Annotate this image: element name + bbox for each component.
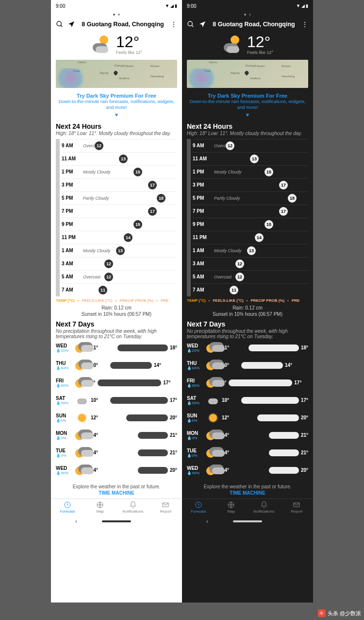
hour-row[interactable]: 3 PM17	[193, 178, 308, 191]
map-city-label: Wuhan	[281, 65, 291, 68]
hour-row[interactable]: 9 AMOvercast12	[193, 139, 308, 152]
hour-row[interactable]: 1 AMMostly Cloudy13	[62, 244, 177, 257]
hour-row[interactable]: 11 AM13	[193, 152, 308, 165]
time-machine-button[interactable]: TIME MACHINE	[51, 490, 182, 499]
tab-report[interactable]: Report	[281, 501, 314, 514]
day-row[interactable]: SUN💧6%12°20°	[56, 409, 177, 427]
hour-row[interactable]: 11 AM13	[62, 152, 177, 165]
hour-row[interactable]: 1 PMMostly Cloudy15	[193, 165, 308, 178]
hour-row[interactable]: 11 PM14	[62, 231, 177, 244]
locate-icon[interactable]	[67, 20, 75, 28]
hour-row[interactable]: 9 AMOvercast12	[62, 139, 177, 152]
status-bar: 9:00▼◢▮	[51, 0, 182, 12]
map-city-label: Nanchang	[150, 75, 164, 78]
hourly-list[interactable]: 9 AMOvercast1211 AM131 PMMostly Cloudy15…	[56, 139, 177, 296]
back-icon[interactable]: ‹	[75, 518, 77, 525]
premium-promo[interactable]: Try Dark Sky Premium For FreeDown-to-the…	[182, 91, 313, 120]
day-row[interactable]: FRI💧60%8°17°	[56, 374, 177, 392]
hour-row[interactable]: 3 AM12	[193, 257, 308, 270]
day-row[interactable]: WED💧46%14°20°	[56, 462, 177, 479]
tab-report[interactable]: Report	[149, 501, 182, 514]
temp-range-bar	[117, 344, 168, 351]
day-row[interactable]: THU💧84%10°14°	[56, 357, 177, 374]
day-row[interactable]: SAT💧59%10°17°	[56, 392, 177, 409]
next7-title: Next 7 Days	[51, 320, 182, 328]
hour-row[interactable]: 5 AMOvercast12	[62, 270, 177, 283]
hour-row[interactable]: 7 AM11	[62, 283, 177, 296]
tab-map[interactable]: Map	[215, 501, 248, 514]
back-icon[interactable]: ‹	[206, 518, 208, 525]
hour-row[interactable]: 1 AMMostly Cloudy13	[193, 244, 308, 257]
hour-row[interactable]: 9 PM15	[193, 218, 308, 231]
day-row[interactable]: WED💧20%11°18°	[56, 339, 177, 357]
day-row[interactable]: SAT💧59%10°17°	[187, 392, 308, 409]
hourly-list[interactable]: 9 AMOvercast1211 AM131 PMMostly Cloudy15…	[187, 139, 308, 296]
cloud-track	[56, 139, 60, 296]
temp-range-bar	[126, 414, 168, 421]
hour-row[interactable]: 3 PM17	[62, 178, 177, 191]
location-title[interactable]: 8 Guotang Road, Chongqing	[210, 21, 298, 28]
premium-promo[interactable]: Try Dark Sky Premium For FreeDown-to-the…	[51, 91, 182, 120]
hour-row[interactable]: 1 PMMostly Cloudy15	[62, 165, 177, 178]
menu-icon[interactable]: ⋮	[301, 21, 308, 28]
radar-map[interactable]: GanzuChengduEnshiWuhanTuwaZigongNanchang…	[187, 60, 308, 88]
hour-row[interactable]: 11 PM14	[193, 231, 308, 244]
temp-range-bar	[98, 379, 162, 386]
menu-icon[interactable]: ⋮	[170, 21, 177, 28]
map-city-label: Enshi	[257, 65, 265, 68]
day-row[interactable]: MON💧0%14°21°	[56, 427, 177, 444]
hour-row[interactable]: 5 PMPartly Cloudy18	[193, 191, 308, 205]
tab-notifications[interactable]: Notifications	[116, 501, 149, 514]
nav-bar: ‹	[51, 516, 182, 527]
signal-icon: ◢	[301, 3, 305, 8]
day-row[interactable]: WED💧46%14°20°	[187, 462, 308, 479]
map-city-label: Zigong	[231, 71, 239, 74]
temp-range-bar	[110, 362, 151, 369]
day-row[interactable]: TUE💧0%14°21°	[56, 444, 177, 462]
hour-row[interactable]: 9 PM15	[62, 218, 177, 231]
svg-rect-9	[294, 503, 299, 507]
home-pill[interactable]	[233, 520, 262, 522]
day-row[interactable]: SUN💧6%12°20°	[187, 409, 308, 427]
current-weather: 12°Feels like 12°	[182, 31, 313, 57]
search-icon[interactable]	[56, 20, 64, 28]
location-title[interactable]: 8 Guotang Road, Chongqing	[79, 21, 166, 28]
hour-row[interactable]: 3 AM12	[62, 257, 177, 270]
temp-range-bar	[241, 397, 298, 404]
rain-info: Rain: 0.12 cm	[51, 305, 182, 311]
sunset-info: Sunset in 10¾ hours (06:57 PM)	[51, 311, 182, 317]
hour-row[interactable]: 5 PMPartly Cloudy18	[62, 191, 177, 205]
day-row[interactable]: MON💧0%14°21°	[187, 427, 308, 444]
map-city-label: Ganzu	[209, 61, 217, 64]
tab-forecast[interactable]: Forecast	[51, 501, 84, 514]
day-row[interactable]: THU💧84%10°14°	[187, 357, 308, 374]
page-indicator	[182, 12, 313, 17]
day-row[interactable]: FRI💧60%8°17°	[187, 374, 308, 392]
radar-map[interactable]: GanzuChengduEnshiWuhanTuwaZigongNanchang…	[56, 60, 177, 88]
day-row[interactable]: WED💧20%11°18°	[187, 339, 308, 357]
temp-range-bar	[269, 449, 298, 456]
hour-row[interactable]: 7 PM17	[193, 205, 308, 218]
home-pill[interactable]	[102, 520, 131, 522]
hour-row[interactable]: 5 AMOvercast12	[193, 270, 308, 283]
time-machine-button[interactable]: TIME MACHINE	[182, 490, 313, 499]
search-icon[interactable]	[187, 20, 195, 28]
temp-bubble: 12	[95, 141, 103, 150]
temp-range-bar	[110, 397, 167, 404]
legend[interactable]: TEMP (°C)•FEELS-LIKE (°C)•PRECIP PROB (%…	[182, 296, 313, 305]
day-weather-icon	[76, 465, 88, 476]
temp-bubble: 15	[265, 168, 273, 176]
battery-icon: ▮	[306, 3, 308, 8]
day-row[interactable]: TUE💧0%14°21°	[187, 444, 308, 462]
tab-forecast[interactable]: Forecast	[182, 501, 215, 514]
temp-bubble: 15	[133, 220, 142, 229]
legend[interactable]: TEMP (°C)•FEELS-LIKE (°C)•PRECIP PROB (%…	[51, 296, 182, 305]
next24-sub: High: 18° Low: 11°. Mostly cloudy throug…	[182, 131, 313, 136]
tab-map[interactable]: Map	[84, 501, 117, 514]
hour-row[interactable]: 7 PM17	[62, 205, 177, 218]
bell-icon	[129, 501, 137, 509]
tab-notifications[interactable]: Notifications	[248, 501, 281, 514]
locate-icon[interactable]	[199, 20, 206, 28]
temp-bubble: 17	[279, 207, 288, 216]
hour-row[interactable]: 7 AM11	[193, 283, 308, 296]
